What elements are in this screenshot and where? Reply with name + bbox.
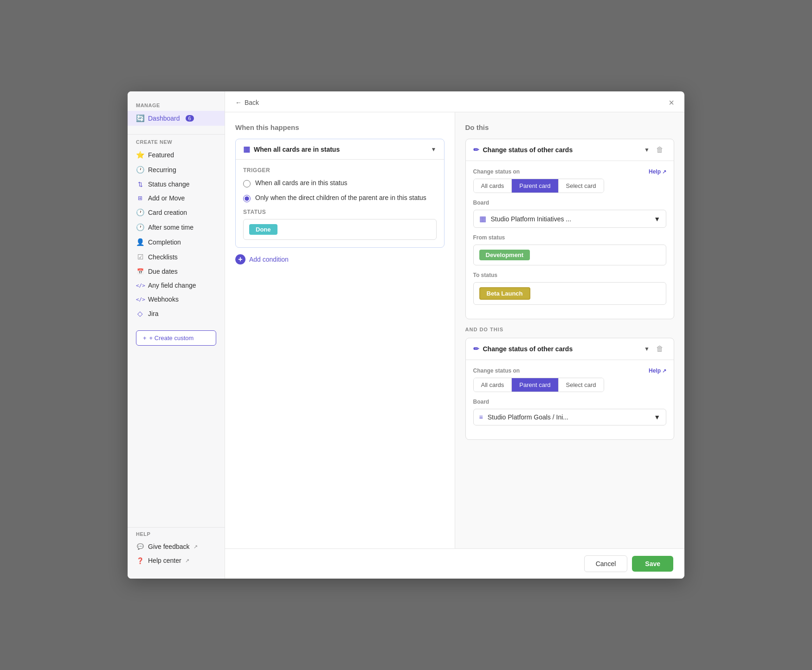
radio-input-1[interactable] [243, 180, 251, 187]
to-status-group-1: To status Beta Launch [473, 272, 667, 305]
action1-chevron-icon: ▼ [644, 147, 650, 153]
sidebar-item-recurring[interactable]: 🕐 Recurring [128, 162, 225, 177]
select-card-btn-2[interactable]: Select card [558, 378, 604, 392]
create-new-label: Create new [128, 139, 225, 148]
sidebar-item-add-or-move[interactable]: ⊞ Add or Move [128, 191, 225, 205]
from-status-box-1: Development [473, 245, 667, 265]
action-card-2: ✏ Change status of other cards ▼ 🗑 Chang… [465, 338, 675, 440]
change-status-on-label-2: Change status on Help ↗ [473, 367, 667, 374]
action-body-2: Change status on Help ↗ All cards Parent… [466, 360, 674, 439]
do-panel-title: Do this [465, 123, 675, 131]
create-custom-button[interactable]: + + Create custom [136, 330, 216, 346]
status-change-icon: ⇅ [136, 181, 144, 188]
action-icon-2: ✏ [473, 345, 479, 353]
board-icon-2: ≡ [479, 413, 483, 421]
sidebar-item-card-creation[interactable]: 🕐 Card creation [128, 205, 225, 220]
action-header-2[interactable]: ✏ Change status of other cards ▼ 🗑 [466, 338, 674, 360]
action2-delete-button[interactable]: 🗑 [653, 344, 666, 354]
modal-footer: Cancel Save [225, 548, 684, 579]
parent-card-btn-2[interactable]: Parent card [511, 378, 558, 392]
action2-chevron-icon: ▼ [644, 346, 650, 352]
external-link-icon-2: ↗ [662, 368, 666, 374]
parent-card-btn-1[interactable]: Parent card [511, 179, 558, 193]
from-status-label-1: From status [473, 234, 667, 241]
sidebar-item-webhooks[interactable]: </> Webhooks [128, 292, 225, 306]
help-link-2[interactable]: Help ↗ [649, 367, 666, 374]
help-link-1[interactable]: Help ↗ [649, 168, 666, 175]
action-header-1[interactable]: ✏ Change status of other cards ▼ 🗑 [466, 139, 674, 161]
main-content: ← Back × When this happens ▦ When all ca… [225, 91, 684, 579]
field-change-icon: </> [136, 283, 144, 289]
card-creation-icon: 🕐 [136, 208, 144, 217]
done-status-tag: Done [249, 224, 277, 235]
board-label-1: Board [473, 200, 667, 206]
status-box: Done [243, 219, 437, 240]
condition-chevron-icon: ▼ [431, 146, 437, 153]
radio-option-2[interactable]: Only when the direct children of the par… [243, 194, 437, 202]
sidebar-item-status-change[interactable]: ⇅ Status change [128, 177, 225, 191]
all-cards-btn-2[interactable]: All cards [474, 378, 512, 392]
from-status-group-1: From status Development [473, 234, 667, 265]
due-dates-icon: 📅 [136, 268, 144, 275]
board-dropdown-icon-2: ▼ [654, 413, 660, 421]
top-bar: ← Back × [225, 91, 684, 112]
external-link-icon: ↗ [193, 544, 198, 550]
add-condition-row[interactable]: + Add condition [235, 254, 445, 264]
help-section-label: Help [128, 531, 225, 540]
from-status-tag-1: Development [479, 250, 530, 260]
sidebar-item-any-field-change[interactable]: </> Any field change [128, 278, 225, 292]
condition-header-icon: ▦ [243, 145, 250, 154]
board-icon-1: ▦ [479, 214, 486, 223]
sidebar-item-checklists[interactable]: ☑ Checklists [128, 250, 225, 264]
plus-icon: + [143, 335, 147, 341]
sidebar: Manage 🔄 Dashboard 6 Create new ⭐ Featur… [128, 91, 225, 579]
external-link2-icon: ↗ [185, 558, 189, 564]
select-card-btn-1[interactable]: Select card [558, 179, 604, 193]
feedback-icon: 💬 [136, 543, 144, 550]
status-section-label: Status [243, 209, 437, 215]
sidebar-item-dashboard[interactable]: 🔄 Dashboard 6 [128, 111, 225, 126]
back-button[interactable]: ← Back [235, 99, 259, 106]
board-select-2[interactable]: ≡ Studio Platform Goals / Ini... ▼ [473, 409, 667, 425]
when-panel: When this happens ▦ When all cards are i… [225, 112, 455, 548]
condition-header[interactable]: ▦ When all cards are in status ▼ [236, 139, 444, 160]
board-select-1[interactable]: ▦ Studio Platform Initiatives ... ▼ [473, 210, 667, 228]
sidebar-item-after-some-time[interactable]: 🕐 After some time [128, 220, 225, 235]
sidebar-item-jira[interactable]: ◇ Jira [128, 306, 225, 321]
radio-input-2[interactable] [243, 195, 251, 202]
sidebar-item-featured[interactable]: ⭐ Featured [128, 148, 225, 162]
sidebar-item-give-feedback[interactable]: 💬 Give feedback ↗ [128, 540, 225, 554]
close-button[interactable]: × [669, 98, 674, 107]
card-select-group-2: All cards Parent card Select card [473, 378, 604, 392]
dashboard-badge: 6 [186, 115, 194, 122]
do-panel: Do this ✏ Change status of other cards ▼… [455, 112, 685, 548]
radio-option-1[interactable]: When all cards are in this status [243, 179, 437, 187]
sidebar-item-completion[interactable]: 👤 Completion [128, 235, 225, 250]
help-icon: ❓ [136, 557, 144, 564]
to-status-tag-1: Beta Launch [479, 287, 530, 300]
add-move-icon: ⊞ [136, 195, 144, 201]
board-group-2: Board ≡ Studio Platform Goals / Ini... ▼ [473, 399, 667, 425]
condition-body: Trigger When all cards are in this statu… [236, 160, 444, 247]
completion-icon: 👤 [136, 238, 144, 246]
back-arrow-icon: ← [235, 99, 242, 106]
action-icon-1: ✏ [473, 146, 479, 154]
change-status-on-label-1: Change status on Help ↗ [473, 168, 667, 175]
and-do-label: AND DO THIS [465, 327, 675, 332]
all-cards-btn-1[interactable]: All cards [474, 179, 512, 193]
save-button[interactable]: Save [632, 556, 673, 572]
action1-delete-button[interactable]: 🗑 [653, 145, 666, 155]
cancel-button[interactable]: Cancel [584, 555, 628, 572]
recurring-icon: 🕐 [136, 166, 144, 174]
add-condition-icon: + [235, 254, 245, 264]
board-group-1: Board ▦ Studio Platform Initiatives ... … [473, 200, 667, 228]
change-status-on-group-1: Change status on Help ↗ All cards Parent… [473, 168, 667, 193]
dashboard-icon: 🔄 [136, 114, 144, 122]
workflow-area: When this happens ▦ When all cards are i… [225, 112, 684, 548]
when-panel-title: When this happens [235, 123, 445, 131]
to-status-box-1: Beta Launch [473, 282, 667, 305]
change-status-on-group-2: Change status on Help ↗ All cards Parent… [473, 367, 667, 392]
action-card-1: ✏ Change status of other cards ▼ 🗑 Chang… [465, 139, 675, 319]
sidebar-item-help-center[interactable]: ❓ Help center ↗ [128, 554, 225, 567]
sidebar-item-due-dates[interactable]: 📅 Due dates [128, 264, 225, 278]
